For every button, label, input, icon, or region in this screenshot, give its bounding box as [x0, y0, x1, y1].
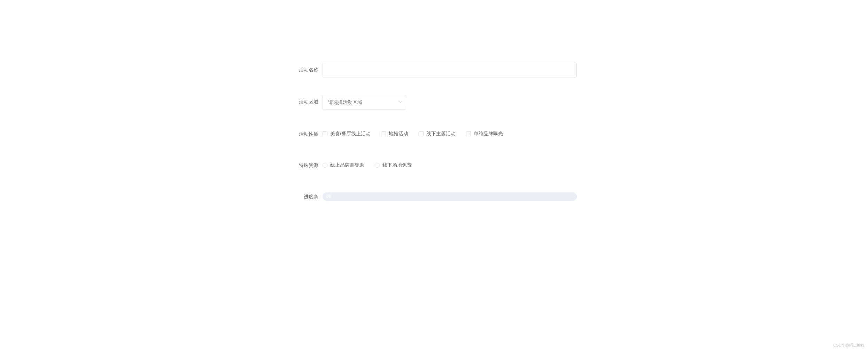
- progress-percentage: 0%: [326, 194, 332, 199]
- activity-name-input[interactable]: [323, 63, 577, 77]
- form-container: 活动名称 活动区域 活动性质: [291, 63, 577, 204]
- checkbox-icon: [419, 131, 424, 136]
- form-item-activity-region: 活动区域: [291, 95, 577, 109]
- activity-region-select[interactable]: [323, 95, 406, 109]
- checkbox-brand-exposure[interactable]: 单纯品牌曝光: [466, 131, 503, 137]
- radio-offline-venue[interactable]: 线下场地免费: [375, 162, 412, 168]
- checkbox-icon: [466, 131, 471, 136]
- form-item-activity-name: 活动名称: [291, 63, 577, 77]
- radio-label: 线下场地免费: [382, 162, 412, 168]
- special-resource-label: 特殊资源: [291, 158, 323, 172]
- form-item-progress: 进度条 0%: [291, 190, 577, 204]
- progress-bar-wrapper: 0%: [323, 192, 577, 201]
- checkbox-food-online[interactable]: 美食/餐厅线上活动: [323, 131, 371, 137]
- activity-name-label: 活动名称: [291, 63, 323, 77]
- checkbox-icon: [381, 131, 386, 136]
- progress-bar: 0%: [323, 192, 577, 201]
- form-item-activity-type: 活动性质 美食/餐厅线上活动 地推活动 线下主题活动: [291, 127, 577, 141]
- radio-label: 线上品牌商赞助: [330, 162, 364, 168]
- activity-region-label: 活动区域: [291, 95, 323, 109]
- special-resource-radio-group: 线上品牌商赞助 线下场地免费: [323, 162, 412, 168]
- radio-icon: [323, 163, 327, 168]
- checkbox-label: 美食/餐厅线上活动: [330, 131, 371, 137]
- checkbox-label: 地推活动: [389, 131, 408, 137]
- radio-icon: [375, 163, 380, 168]
- activity-region-select-input[interactable]: [323, 95, 406, 109]
- activity-type-label: 活动性质: [291, 127, 323, 141]
- checkbox-label: 线下主题活动: [426, 131, 456, 137]
- checkbox-label: 单纯品牌曝光: [474, 131, 503, 137]
- checkbox-icon: [323, 131, 327, 136]
- activity-type-checkbox-group: 美食/餐厅线上活动 地推活动 线下主题活动 单纯品牌曝光: [323, 131, 503, 137]
- radio-online-sponsor[interactable]: 线上品牌商赞助: [323, 162, 364, 168]
- form-item-special-resource: 特殊资源 线上品牌商赞助 线下场地免费: [291, 158, 577, 172]
- checkbox-ground-push[interactable]: 地推活动: [381, 131, 408, 137]
- checkbox-offline-theme[interactable]: 线下主题活动: [419, 131, 456, 137]
- progress-label: 进度条: [291, 190, 323, 204]
